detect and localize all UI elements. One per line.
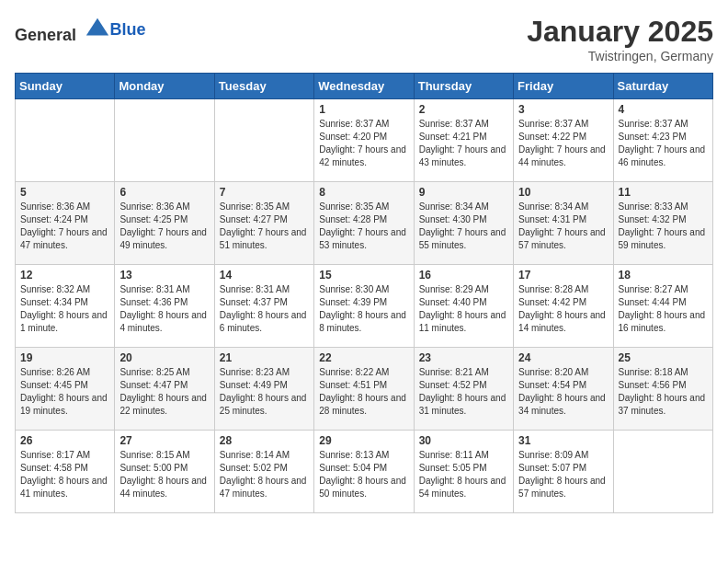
day-info: Sunrise: 8:28 AM Sunset: 4:42 PM Dayligh… xyxy=(518,283,608,335)
day-info: Sunrise: 8:14 AM Sunset: 5:02 PM Dayligh… xyxy=(220,449,309,500)
day-info: Sunrise: 8:37 AM Sunset: 4:21 PM Dayligh… xyxy=(419,118,508,169)
title-block: January 2025 Twistringen, Germany xyxy=(527,15,713,63)
day-number: 5 xyxy=(20,186,109,199)
logo-general: General xyxy=(15,26,76,44)
calendar-cell: 12Sunrise: 8:32 AM Sunset: 4:34 PM Dayli… xyxy=(16,265,115,348)
calendar-cell: 7Sunrise: 8:35 AM Sunset: 4:27 PM Daylig… xyxy=(214,182,313,265)
calendar-cell: 11Sunrise: 8:33 AM Sunset: 4:32 PM Dayli… xyxy=(613,182,712,265)
day-number: 13 xyxy=(119,269,209,282)
calendar-cell: 1Sunrise: 8:37 AM Sunset: 4:20 PM Daylig… xyxy=(314,99,414,182)
day-info: Sunrise: 8:09 AM Sunset: 5:07 PM Dayligh… xyxy=(518,449,608,500)
page-header: General Blue January 2025 Twistringen, G… xyxy=(15,15,713,63)
calendar-cell: 15Sunrise: 8:30 AM Sunset: 4:39 PM Dayli… xyxy=(314,265,414,348)
calendar-cell: 23Sunrise: 8:21 AM Sunset: 4:52 PM Dayli… xyxy=(414,348,513,431)
day-number: 22 xyxy=(319,351,408,364)
logo-icon xyxy=(85,15,110,40)
calendar-cell: 24Sunrise: 8:20 AM Sunset: 4:54 PM Dayli… xyxy=(514,348,613,431)
calendar-cell: 17Sunrise: 8:28 AM Sunset: 4:42 PM Dayli… xyxy=(514,265,613,348)
calendar-cell: 19Sunrise: 8:26 AM Sunset: 4:45 PM Dayli… xyxy=(16,348,115,431)
logo-blue: Blue xyxy=(110,20,146,39)
day-number: 15 xyxy=(319,269,408,282)
day-number: 11 xyxy=(619,186,708,199)
calendar-cell: 29Sunrise: 8:13 AM Sunset: 5:04 PM Dayli… xyxy=(314,431,414,513)
day-info: Sunrise: 8:13 AM Sunset: 5:04 PM Dayligh… xyxy=(319,449,408,500)
calendar-cell: 14Sunrise: 8:31 AM Sunset: 4:37 PM Dayli… xyxy=(214,265,313,348)
day-info: Sunrise: 8:37 AM Sunset: 4:20 PM Dayligh… xyxy=(319,118,408,169)
calendar-week-row: 1Sunrise: 8:37 AM Sunset: 4:20 PM Daylig… xyxy=(16,99,713,182)
day-info: Sunrise: 8:27 AM Sunset: 4:44 PM Dayligh… xyxy=(619,283,708,335)
calendar-cell: 31Sunrise: 8:09 AM Sunset: 5:07 PM Dayli… xyxy=(514,431,613,513)
day-number: 27 xyxy=(119,434,209,447)
day-number: 9 xyxy=(419,186,508,199)
day-number: 2 xyxy=(419,103,508,116)
day-info: Sunrise: 8:23 AM Sunset: 4:49 PM Dayligh… xyxy=(220,366,309,418)
location-subtitle: Twistringen, Germany xyxy=(527,49,713,63)
calendar-week-row: 5Sunrise: 8:36 AM Sunset: 4:24 PM Daylig… xyxy=(16,182,713,265)
calendar-cell: 25Sunrise: 8:18 AM Sunset: 4:56 PM Dayli… xyxy=(613,348,712,431)
calendar-table: SundayMondayTuesdayWednesdayThursdayFrid… xyxy=(15,73,713,513)
calendar-cell: 9Sunrise: 8:34 AM Sunset: 4:30 PM Daylig… xyxy=(414,182,513,265)
day-info: Sunrise: 8:26 AM Sunset: 4:45 PM Dayligh… xyxy=(20,366,109,418)
day-number: 10 xyxy=(518,186,608,199)
day-number: 12 xyxy=(20,269,109,282)
calendar-cell: 6Sunrise: 8:36 AM Sunset: 4:25 PM Daylig… xyxy=(115,182,214,265)
day-number: 23 xyxy=(419,351,508,364)
calendar-cell: 16Sunrise: 8:29 AM Sunset: 4:40 PM Dayli… xyxy=(414,265,513,348)
weekday-header-saturday: Saturday xyxy=(613,74,712,99)
day-info: Sunrise: 8:32 AM Sunset: 4:34 PM Dayligh… xyxy=(20,283,109,335)
day-number: 1 xyxy=(319,103,408,116)
day-info: Sunrise: 8:18 AM Sunset: 4:56 PM Dayligh… xyxy=(619,366,708,418)
calendar-cell: 3Sunrise: 8:37 AM Sunset: 4:22 PM Daylig… xyxy=(514,99,613,182)
day-info: Sunrise: 8:36 AM Sunset: 4:24 PM Dayligh… xyxy=(20,201,109,252)
weekday-header-monday: Monday xyxy=(115,74,214,99)
day-info: Sunrise: 8:11 AM Sunset: 5:05 PM Dayligh… xyxy=(419,449,508,500)
day-number: 26 xyxy=(20,434,109,447)
calendar-cell: 27Sunrise: 8:15 AM Sunset: 5:00 PM Dayli… xyxy=(115,431,214,513)
day-info: Sunrise: 8:15 AM Sunset: 5:00 PM Dayligh… xyxy=(119,449,209,500)
calendar-cell: 13Sunrise: 8:31 AM Sunset: 4:36 PM Dayli… xyxy=(115,265,214,348)
day-info: Sunrise: 8:31 AM Sunset: 4:36 PM Dayligh… xyxy=(119,283,209,335)
day-info: Sunrise: 8:35 AM Sunset: 4:28 PM Dayligh… xyxy=(319,201,408,252)
weekday-header-thursday: Thursday xyxy=(414,74,513,99)
day-info: Sunrise: 8:35 AM Sunset: 4:27 PM Dayligh… xyxy=(220,201,309,252)
day-number: 31 xyxy=(518,434,608,447)
calendar-cell xyxy=(214,99,313,182)
day-info: Sunrise: 8:31 AM Sunset: 4:37 PM Dayligh… xyxy=(220,283,309,335)
day-number: 20 xyxy=(119,351,209,364)
day-number: 6 xyxy=(119,186,209,199)
day-number: 8 xyxy=(319,186,408,199)
weekday-header-friday: Friday xyxy=(514,74,613,99)
day-number: 29 xyxy=(319,434,408,447)
weekday-header-sunday: Sunday xyxy=(16,74,115,99)
calendar-cell: 30Sunrise: 8:11 AM Sunset: 5:05 PM Dayli… xyxy=(414,431,513,513)
weekday-header-row: SundayMondayTuesdayWednesdayThursdayFrid… xyxy=(16,74,713,99)
calendar-week-row: 12Sunrise: 8:32 AM Sunset: 4:34 PM Dayli… xyxy=(16,265,713,348)
day-number: 25 xyxy=(619,351,708,364)
calendar-cell: 10Sunrise: 8:34 AM Sunset: 4:31 PM Dayli… xyxy=(514,182,613,265)
svg-marker-0 xyxy=(85,18,108,36)
calendar-cell: 20Sunrise: 8:25 AM Sunset: 4:47 PM Dayli… xyxy=(115,348,214,431)
calendar-cell: 4Sunrise: 8:37 AM Sunset: 4:23 PM Daylig… xyxy=(613,99,712,182)
day-number: 3 xyxy=(518,103,608,116)
day-info: Sunrise: 8:21 AM Sunset: 4:52 PM Dayligh… xyxy=(419,366,508,418)
calendar-cell: 8Sunrise: 8:35 AM Sunset: 4:28 PM Daylig… xyxy=(314,182,414,265)
day-info: Sunrise: 8:22 AM Sunset: 4:51 PM Dayligh… xyxy=(319,366,408,418)
calendar-week-row: 19Sunrise: 8:26 AM Sunset: 4:45 PM Dayli… xyxy=(16,348,713,431)
day-info: Sunrise: 8:29 AM Sunset: 4:40 PM Dayligh… xyxy=(419,283,508,335)
day-number: 7 xyxy=(220,186,309,199)
weekday-header-wednesday: Wednesday xyxy=(314,74,414,99)
day-info: Sunrise: 8:30 AM Sunset: 4:39 PM Dayligh… xyxy=(319,283,408,335)
day-info: Sunrise: 8:37 AM Sunset: 4:22 PM Dayligh… xyxy=(518,118,608,169)
day-number: 17 xyxy=(518,269,608,282)
day-number: 21 xyxy=(220,351,309,364)
weekday-header-tuesday: Tuesday xyxy=(214,74,313,99)
day-info: Sunrise: 8:37 AM Sunset: 4:23 PM Dayligh… xyxy=(619,118,708,169)
day-info: Sunrise: 8:17 AM Sunset: 4:58 PM Dayligh… xyxy=(20,449,109,500)
day-number: 16 xyxy=(419,269,508,282)
month-title: January 2025 xyxy=(527,15,713,49)
day-number: 28 xyxy=(220,434,309,447)
day-info: Sunrise: 8:33 AM Sunset: 4:32 PM Dayligh… xyxy=(619,201,708,252)
day-number: 19 xyxy=(20,351,109,364)
calendar-cell xyxy=(613,431,712,513)
day-number: 18 xyxy=(619,269,708,282)
